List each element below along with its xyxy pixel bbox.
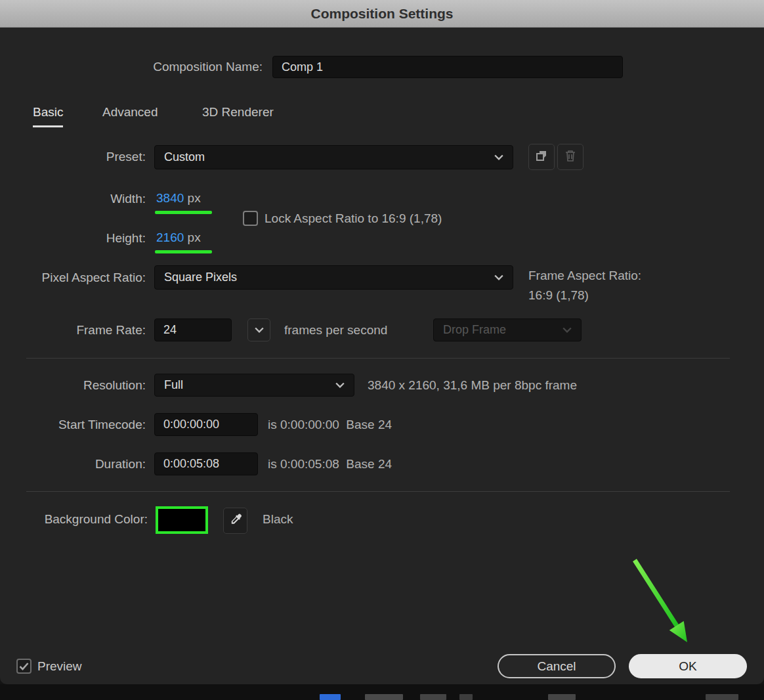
tab-3d-renderer[interactable]: 3D Renderer [202, 105, 274, 125]
ok-button[interactable]: OK [629, 654, 747, 678]
frames-per-second-label: frames per second [284, 322, 387, 338]
background-app-fragment [365, 694, 403, 700]
save-preset-icon [535, 149, 548, 165]
width-value[interactable]: 3840 px [156, 191, 201, 206]
dialog-title: Composition Settings [311, 6, 454, 22]
duration-label: Duration: [0, 456, 146, 472]
annotation-height-underline [155, 250, 212, 253]
background-app-fragment [548, 694, 576, 700]
height-value[interactable]: 2160 px [156, 230, 201, 245]
preview-checkbox[interactable] [16, 659, 32, 674]
drop-frame-value: Drop Frame [434, 323, 562, 337]
resolution-select[interactable]: Full [154, 374, 354, 397]
screen: Composition Settings Composition Name: B… [0, 0, 764, 700]
start-timecode-info: is 0:00:00:00 Base 24 [268, 417, 392, 433]
height-number[interactable]: 2160 [156, 230, 184, 244]
duration-info: is 0:00:05:08 Base 24 [268, 456, 392, 472]
pixel-aspect-ratio-select[interactable]: Square Pixels [154, 265, 513, 290]
background-color-label: Background Color: [0, 512, 148, 527]
preset-select[interactable]: Custom [154, 145, 513, 169]
background-app-strip [0, 684, 764, 700]
height-unit: px [188, 230, 201, 244]
composition-name-input[interactable] [272, 56, 623, 78]
pixel-aspect-ratio-value: Square Pixels [155, 271, 494, 284]
divider [26, 358, 730, 359]
chevron-down-icon [494, 154, 503, 161]
trash-icon [564, 149, 576, 165]
resolution-info: 3840 x 2160, 31,6 MB per 8bpc frame [368, 378, 577, 393]
background-app-fragment [320, 694, 341, 700]
dialog-titlebar[interactable]: Composition Settings [0, 0, 764, 28]
eyedropper-icon [230, 514, 242, 528]
chevron-down-icon [255, 327, 264, 334]
chevron-down-icon [494, 274, 503, 281]
lock-aspect-label: Lock Aspect Ratio to 16:9 (1,78) [265, 211, 442, 227]
resolution-value: Full [155, 378, 335, 392]
tab-advanced[interactable]: Advanced [102, 105, 158, 125]
chevron-down-icon [562, 327, 572, 334]
preset-value: Custom [155, 150, 494, 164]
cancel-button[interactable]: Cancel [498, 654, 616, 678]
frame-aspect-ratio-value: 16:9 (1,78) [528, 288, 589, 303]
pixel-aspect-ratio-label: Pixel Aspect Ratio: [0, 270, 146, 286]
annotation-width-underline [155, 211, 212, 214]
background-color-swatch[interactable] [156, 506, 208, 534]
preset-label: Preset: [0, 149, 146, 165]
background-app-fragment [420, 694, 446, 700]
chevron-down-icon [335, 382, 345, 389]
start-timecode-input[interactable] [154, 413, 258, 436]
start-timecode-label: Start Timecode: [0, 417, 146, 433]
frame-rate-label: Frame Rate: [0, 322, 146, 338]
tab-basic[interactable]: Basic [33, 105, 63, 127]
background-app-fragment [706, 694, 738, 700]
composition-name-label: Composition Name: [0, 59, 263, 75]
width-number[interactable]: 3840 [156, 191, 184, 205]
width-unit: px [188, 191, 201, 205]
composition-settings-dialog: Composition Settings Composition Name: B… [0, 0, 764, 684]
height-label: Height: [0, 230, 146, 246]
drop-frame-select: Drop Frame [433, 318, 582, 341]
duration-input[interactable] [154, 452, 258, 475]
resolution-label: Resolution: [0, 378, 146, 393]
frame-rate-dropdown-button[interactable] [247, 318, 270, 341]
frame-aspect-ratio-label: Frame Aspect Ratio: [528, 268, 641, 284]
lock-aspect-checkbox[interactable] [243, 211, 258, 226]
background-color-name: Black [263, 512, 293, 527]
preview-label: Preview [37, 659, 82, 674]
save-preset-button[interactable] [528, 144, 555, 170]
width-label: Width: [0, 191, 146, 207]
eyedropper-button[interactable] [223, 508, 247, 534]
frame-rate-input[interactable] [154, 318, 232, 341]
delete-preset-button [557, 144, 584, 170]
background-app-fragment [459, 694, 473, 700]
divider [26, 491, 730, 492]
check-icon [19, 662, 29, 670]
annotation-ok-arrow [617, 554, 696, 649]
